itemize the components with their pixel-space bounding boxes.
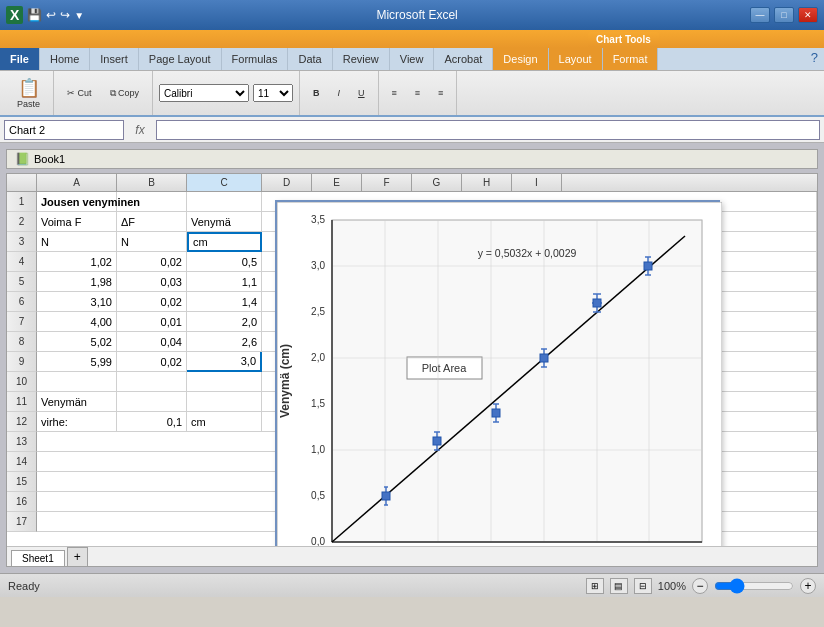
cell-A7[interactable]: 4,00 [37, 312, 117, 332]
paste-button[interactable]: 📋 Paste [10, 74, 47, 112]
cell-B12[interactable]: 0,1 [117, 412, 187, 432]
font-family-select[interactable]: Calibri [159, 84, 249, 102]
formula-input[interactable] [156, 120, 820, 140]
name-box-input[interactable] [4, 120, 124, 140]
tab-format[interactable]: Format [603, 48, 659, 70]
close-button[interactable]: ✕ [798, 7, 818, 23]
cell-C8[interactable]: 2,6 [187, 332, 262, 352]
svg-rect-48 [492, 409, 500, 417]
zoom-in-button[interactable]: + [800, 578, 816, 594]
row-num-3: 3 [7, 232, 37, 252]
svg-text:3,5: 3,5 [311, 214, 325, 225]
svg-rect-38 [382, 492, 390, 500]
cell-A9[interactable]: 5,99 [37, 352, 117, 372]
cell-A11[interactable]: Venymän [37, 392, 117, 412]
cell-C9[interactable]: 3,0 [187, 352, 262, 372]
maximize-button[interactable]: □ [774, 7, 794, 23]
cell-C12[interactable]: cm [187, 412, 262, 432]
copy-button[interactable]: ⧉ Copy [103, 85, 147, 102]
underline-button[interactable]: U [351, 85, 372, 101]
cell-C7[interactable]: 2,0 [187, 312, 262, 332]
tab-acrobat[interactable]: Acrobat [434, 48, 493, 70]
cell-B8[interactable]: 0,04 [117, 332, 187, 352]
cell-A4[interactable]: 1,02 [37, 252, 117, 272]
col-header-F[interactable]: F [362, 174, 412, 191]
col-header-I[interactable]: I [512, 174, 562, 191]
cell-A3[interactable]: N [37, 232, 117, 252]
svg-text:1,0: 1,0 [311, 444, 325, 455]
tab-formulas[interactable]: Formulas [222, 48, 289, 70]
zoom-slider[interactable] [714, 580, 794, 592]
align-center-button[interactable]: ≡ [408, 85, 427, 101]
quick-access-undo[interactable]: ↩ [46, 8, 56, 22]
zoom-out-button[interactable]: − [692, 578, 708, 594]
col-header-E[interactable]: E [312, 174, 362, 191]
tab-review[interactable]: Review [333, 48, 390, 70]
sheet-tab-sheet1[interactable]: Sheet1 [11, 550, 65, 566]
cell-B3[interactable]: N [117, 232, 187, 252]
workbook: 📗 Book1 A B C D E F G H I 1 [0, 143, 824, 573]
cell-B11[interactable] [117, 392, 187, 412]
new-sheet-button[interactable]: + [67, 547, 88, 566]
cell-C3[interactable]: cm [187, 232, 262, 252]
cell-C11[interactable] [187, 392, 262, 412]
align-left-button[interactable]: ≡ [385, 85, 404, 101]
cell-C1[interactable] [187, 192, 262, 212]
tab-view[interactable]: View [390, 48, 435, 70]
cell-C4[interactable]: 0,5 [187, 252, 262, 272]
col-header-A[interactable]: A [37, 174, 117, 191]
quick-access-save[interactable]: 💾 [27, 8, 42, 22]
cell-B6[interactable]: 0,02 [117, 292, 187, 312]
tab-file[interactable]: File [0, 48, 40, 70]
cut-button[interactable]: ✂ Cut [60, 85, 99, 101]
normal-view-button[interactable]: ⊞ [586, 578, 604, 594]
quick-access-dropdown[interactable]: ▼ [74, 10, 84, 21]
cell-C10[interactable] [187, 372, 262, 392]
cell-A6[interactable]: 3,10 [37, 292, 117, 312]
row-num-16: 16 [7, 492, 37, 512]
row-num-8: 8 [7, 332, 37, 352]
row-num-12: 12 [7, 412, 37, 432]
cell-B7[interactable]: 0,01 [117, 312, 187, 332]
cell-B9[interactable]: 0,02 [117, 352, 187, 372]
svg-rect-63 [644, 262, 652, 270]
bold-button[interactable]: B [306, 85, 327, 101]
cell-C5[interactable]: 1,1 [187, 272, 262, 292]
quick-access-redo[interactable]: ↪ [60, 8, 70, 22]
cell-B2[interactable]: ΔF [117, 212, 187, 232]
col-header-C[interactable]: C [187, 174, 262, 191]
cell-B4[interactable]: 0,02 [117, 252, 187, 272]
tab-design[interactable]: Design [493, 48, 548, 70]
col-header-H[interactable]: H [462, 174, 512, 191]
col-header-D[interactable]: D [262, 174, 312, 191]
cell-A5[interactable]: 1,98 [37, 272, 117, 292]
cell-A8[interactable]: 5,02 [37, 332, 117, 352]
minimize-button[interactable]: — [750, 7, 770, 23]
ribbon-help-icon[interactable]: ? [805, 48, 824, 70]
cell-A12[interactable]: virhe: [37, 412, 117, 432]
cell-C2[interactable]: Venymä [187, 212, 262, 232]
page-layout-view-button[interactable]: ▤ [610, 578, 628, 594]
chart-container[interactable]: Plot Area [275, 200, 720, 546]
tab-insert[interactable]: Insert [90, 48, 139, 70]
tab-home[interactable]: Home [40, 48, 90, 70]
tab-layout[interactable]: Layout [549, 48, 603, 70]
col-header-B[interactable]: B [117, 174, 187, 191]
cell-A2[interactable]: Voima F [37, 212, 117, 232]
tab-page-layout[interactable]: Page Layout [139, 48, 222, 70]
tab-data[interactable]: Data [288, 48, 332, 70]
row-num-4: 4 [7, 252, 37, 272]
col-header-G[interactable]: G [412, 174, 462, 191]
row-num-7: 7 [7, 312, 37, 332]
cell-B10[interactable] [117, 372, 187, 392]
page-break-view-button[interactable]: ⊟ [634, 578, 652, 594]
font-size-select[interactable]: 11 [253, 84, 293, 102]
italic-button[interactable]: I [331, 85, 348, 101]
cell-A10[interactable] [37, 372, 117, 392]
cell-A1[interactable]: Jousen venyminen [37, 192, 117, 212]
row-num-11: 11 [7, 392, 37, 412]
cell-B5[interactable]: 0,03 [117, 272, 187, 292]
cell-C6[interactable]: 1,4 [187, 292, 262, 312]
cell-B1[interactable] [117, 192, 187, 212]
align-right-button[interactable]: ≡ [431, 85, 450, 101]
